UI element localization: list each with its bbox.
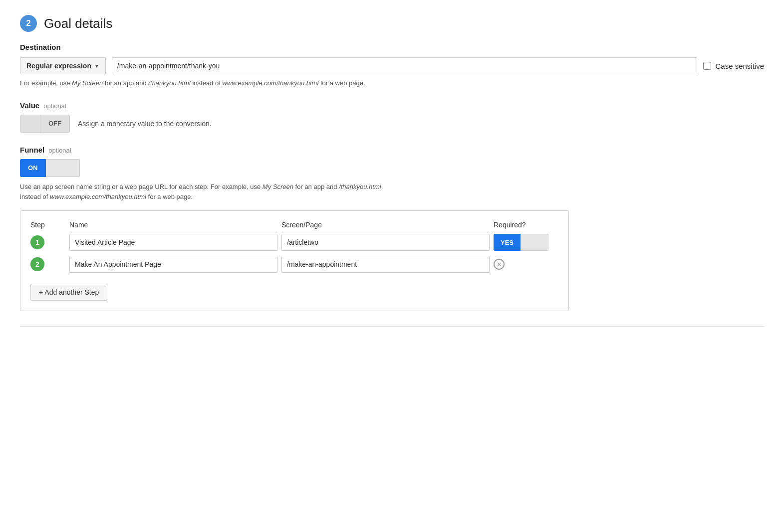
match-type-label: Regular expression [26, 62, 91, 70]
funnel-hint: Use an app screen name string or a web p… [20, 182, 469, 203]
destination-url-input[interactable] [112, 57, 698, 74]
table-row: 2 ✕ [30, 256, 558, 273]
destination-label: Destination [20, 43, 764, 51]
col-header-step: Step [30, 221, 65, 229]
step-2-remove-button[interactable]: ✕ [494, 259, 505, 270]
case-sensitive-row: Case sensitive [703, 62, 764, 70]
value-optional-tag: optional [43, 102, 66, 110]
col-header-screen: Screen/Page [281, 221, 490, 229]
value-toggle[interactable]: OFF [20, 115, 70, 133]
toggle-left-handle [20, 115, 40, 132]
match-type-dropdown[interactable]: Regular expression ▼ [20, 57, 106, 74]
value-section: Value optional OFF Assign a monetary val… [20, 101, 764, 133]
step-1-name-input[interactable] [69, 234, 277, 251]
step-1-required-toggle[interactable]: YES [494, 234, 548, 251]
funnel-toggle-label: ON [20, 159, 46, 177]
step-number-badge: 2 [20, 15, 37, 32]
destination-row: Regular expression ▼ Case sensitive [20, 57, 764, 74]
funnel-optional-tag: optional [48, 147, 71, 154]
col-header-required: Required? [494, 221, 558, 229]
bottom-divider [20, 326, 764, 327]
funnel-table: Step Name Screen/Page Required? 1 YES [20, 210, 569, 311]
close-icon: ✕ [497, 261, 502, 268]
funnel-table-header: Step Name Screen/Page Required? [30, 221, 558, 229]
destination-section: Destination Regular expression ▼ Case se… [20, 43, 764, 88]
funnel-toggle[interactable]: ON [20, 159, 80, 177]
page-title: Goal details [44, 16, 112, 31]
step-2-circle: 2 [30, 257, 65, 271]
table-row: 1 YES [30, 234, 558, 251]
value-toggle-label: OFF [40, 115, 69, 133]
required-yes-label: YES [494, 234, 521, 251]
goal-details-header: 2 Goal details [20, 15, 764, 32]
assign-text: Assign a monetary value to the conversio… [78, 120, 212, 128]
funnel-toggle-right [46, 159, 80, 177]
required-right-handle [521, 234, 548, 251]
step-2-name-input[interactable] [69, 256, 277, 273]
chevron-down-icon: ▼ [94, 63, 99, 69]
case-sensitive-label: Case sensitive [715, 62, 764, 70]
case-sensitive-checkbox[interactable] [703, 62, 711, 70]
add-step-button[interactable]: + Add another Step [30, 284, 107, 301]
value-label-row: Value optional [20, 101, 764, 110]
funnel-label: Funnel [20, 146, 44, 154]
step-1-circle: 1 [30, 235, 65, 249]
funnel-section: Funnel optional ON Use an app screen nam… [20, 146, 764, 312]
value-label: Value [20, 101, 39, 110]
step-1-screen-input[interactable] [281, 234, 490, 251]
destination-hint: For example, use My Screen for an app an… [20, 78, 764, 88]
col-header-name: Name [69, 221, 277, 229]
funnel-label-row: Funnel optional [20, 146, 764, 154]
step-2-screen-input[interactable] [281, 256, 490, 273]
